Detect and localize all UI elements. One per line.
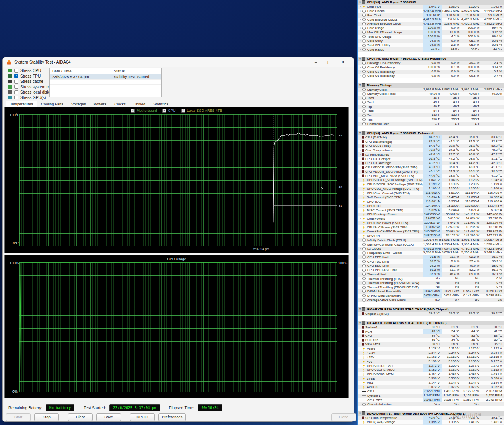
- sensor-row[interactable]: +12V12.168 V12.168 V12.168 V12.168 V: [358, 355, 504, 359]
- sensor-row[interactable]: CPU TDC116.061 A6.938 A116.850 A115.498 …: [358, 199, 504, 204]
- expand-arrow-icon[interactable]: ›: [359, 39, 362, 42]
- checkbox[interactable]: [14, 80, 18, 84]
- sensor-row[interactable]: CPU VDDCR_SOC VRM (SVI3 TFN)40.1 °C34.3 …: [358, 170, 504, 174]
- expand-arrow-icon[interactable]: ›: [359, 149, 362, 152]
- sensor-row[interactable]: CPU84 °C45 °C85 °C83 °C: [358, 334, 504, 338]
- preferences-button[interactable]: Preferences: [158, 413, 186, 421]
- sensor-row[interactable]: CPU Die (average)83.5 °C44.1 °C84.5 °C82…: [358, 140, 504, 144]
- sensor-section-header[interactable]: ∨DDR5 DIMM [#1]: Team Group UD5-8000 (P0…: [358, 411, 504, 416]
- sensor-row[interactable]: CPU Package Power147.895 W33.982 W149.11…: [358, 212, 504, 217]
- legend-checkbox[interactable]: ✓: [162, 109, 166, 113]
- sensor-section-header[interactable]: ∨GIGABYTE B850 AORUS STEALTH ICE (ITE IT…: [358, 321, 504, 326]
- sensor-row[interactable]: Bus Clock99.8 MHz99.8 MHz99.8 MHz99.8 MH…: [358, 13, 504, 18]
- sensor-row[interactable]: ›L3 Clocks4,426.5 MHz4,004.2 MHz4,780.3 …: [358, 247, 504, 251]
- expand-arrow-icon[interactable]: ›: [359, 18, 362, 21]
- sensor-row[interactable]: Average Active Core Count8.00.48.08.0: [358, 298, 504, 302]
- sensor-row[interactable]: AVCC33.072 V3.072 V3.072 V3.072 V: [358, 385, 504, 390]
- sensor-row[interactable]: SPD Hub Temperature40.0 °C37.8 °C40.0 °C…: [358, 416, 504, 420]
- sensor-row[interactable]: +5V5.130 V5.100 V5.130 V5.127 V: [358, 359, 504, 364]
- sensor-row[interactable]: CPU PPT148.215 W34.127 W149.396 W147.771…: [358, 234, 504, 238]
- sensor-row[interactable]: Average Effective Clock4,412.9 MHz123.6 …: [358, 22, 504, 26]
- save-button[interactable]: Save: [96, 413, 121, 421]
- sensor-row[interactable]: Package C6 Residency0.0 %0.0 %20.1 %0.1 …: [358, 61, 504, 65]
- sensor-row[interactable]: CPU VDD_MISC Voltage (SVI3 TFN)1.100 V1.…: [358, 187, 504, 191]
- sensor-row[interactable]: CPU_OPT3,341 RPM3,325 RPM3,358 RPM3,342 …: [358, 398, 504, 402]
- sensor-row[interactable]: Max CPU/Thread Usage100.0 %13.8 %100.0 %…: [358, 30, 504, 35]
- sensor-row[interactable]: VBAT3.144 V3.144 V3.144 V3.144 V: [358, 381, 504, 385]
- sensor-row[interactable]: ›Core Powers14.031 W0.013 W14.874 W13.97…: [358, 216, 504, 221]
- expand-arrow-icon[interactable]: ›: [359, 48, 362, 51]
- sensor-row[interactable]: ›Core Clocks4,437.6 MHz4,392.1 MHz5,016.…: [358, 9, 504, 13]
- legend-item[interactable]: ✓Lexar SSD ARES 4TB: [181, 109, 222, 113]
- sensor-row[interactable]: CPU VCORE SoC1.272 V1.260 V1.272 V1.272 …: [358, 364, 504, 368]
- sensor-row[interactable]: Thermal Limit87.9 %46.4 %89.0 %87.1 %: [358, 272, 504, 277]
- tab-statistics[interactable]: Statistics: [149, 101, 172, 107]
- sensor-row[interactable]: ›Core C0 Residency100.0 %0.1 %100.0 %99.…: [358, 65, 504, 70]
- sensor-row[interactable]: ›Core VIDs1.041 V1.030 V1.160 V1.042 V: [358, 5, 504, 9]
- expand-arrow-icon[interactable]: ›: [359, 153, 362, 156]
- tab-temperatures[interactable]: Temperatures: [6, 101, 37, 107]
- sensor-row[interactable]: CPU TDC Limit96.7 %5.8 %97.4 %96.2 %: [358, 259, 504, 264]
- log-col-status[interactable]: Status: [111, 68, 127, 74]
- sensor-row[interactable]: Trcd49 T49 T49 T: [358, 100, 504, 105]
- sensor-row[interactable]: CPU EDC124.500 A18.500 A126.000 A123.448…: [358, 204, 504, 208]
- sensor-section-header[interactable]: ∨CPU [#0]: AMD Ryzen 7 9800X3D: Enhanced: [358, 131, 504, 136]
- sensor-row[interactable]: CPU VDD_MISC VRM (SVI3 TFN)44.0 °C38.0 °…: [358, 174, 504, 178]
- sensor-row[interactable]: CPU CCD1 (Tdie)84.6 °C30.0 °C85.1 °C82.2…: [358, 144, 504, 148]
- sensor-row[interactable]: ›Core Effective Clocks4,412.9 MHz2.0 MHz…: [358, 18, 504, 22]
- sensor-row[interactable]: ›Core C6 Residency0.0 %0.0 %99.6 %0.4 %: [358, 74, 504, 78]
- sensor-row[interactable]: Total CPU Usage100.0 %4.2 %100.0 %99.4 %: [358, 35, 504, 39]
- sensor-row[interactable]: CPU Core Power (SVI3 TFN)120.817 W7.646 …: [358, 221, 504, 225]
- sensor-row[interactable]: Memory Controller Clock (UCLK)1,996.4 MH…: [358, 242, 504, 247]
- sensor-row[interactable]: DRAM Read Bandwidth0.042 GB/s0.021 GB/s0…: [358, 289, 504, 294]
- sensor-row[interactable]: ›Core Temperatures79.2 °C24.3 °C84.3 °C7…: [358, 148, 504, 152]
- sensor-row[interactable]: System131 °C31 °C31 °C31 °C: [358, 325, 504, 329]
- sensor-row[interactable]: CPU VCORE MISC1.152 V1.152 V1.152 V1.152…: [358, 368, 504, 372]
- collapse-arrow-icon[interactable]: ∨: [358, 84, 362, 87]
- sensor-row[interactable]: Memory Clock Ratio40.00 x40.00 x40.00 x4…: [358, 92, 504, 96]
- sensor-row[interactable]: Trc133 T133 T133 T: [358, 113, 504, 117]
- sensor-section-header[interactable]: ∨CPU [#0]: AMD Ryzen 7 9800X3D: [358, 0, 504, 5]
- sensor-row[interactable]: Trfc758 T758 T758 T: [358, 117, 504, 122]
- sensor-row[interactable]: Trp49 T49 T49 T: [358, 105, 504, 109]
- legend-item[interactable]: ✓CPU: [162, 109, 175, 113]
- collapse-arrow-icon[interactable]: ∨: [358, 57, 362, 60]
- sensor-row[interactable]: Total CPU Utility94.0 %2.8 %95.0 %93.6 %: [358, 43, 504, 47]
- maximize-button[interactable]: ▢: [323, 58, 336, 66]
- collapse-arrow-icon[interactable]: ∨: [358, 131, 362, 135]
- sensor-row[interactable]: Vcore1.128 V1.116 V1.176 V1.122 V: [358, 347, 504, 351]
- sensor-row[interactable]: CPU IOD Average43.2 °C38.4 °C44.2 °C42.8…: [358, 161, 504, 166]
- sensor-row[interactable]: MISC Current (SVI3 TFN)5.825 A5.244 A5.8…: [358, 208, 504, 212]
- expand-arrow-icon[interactable]: ›: [359, 5, 362, 8]
- sensor-row[interactable]: +3.3V3.344 V3.344 V3.344 V3.344 V: [358, 351, 504, 355]
- sensor-row[interactable]: PCIEX1636 °C34 °C36 °C35 °C: [358, 338, 504, 342]
- tab-clocks[interactable]: Clocks: [110, 101, 130, 107]
- sensor-row[interactable]: Chipset 1 (xHCI)39.2 °C39.2 °C39.2 °C39.…: [358, 312, 504, 316]
- sensor-row[interactable]: ›L3 Temperatures47.8 °C27.7 °C48.6 °C47.…: [358, 152, 504, 157]
- sensor-row[interactable]: Thermal Throttling (PROCHOT CPU)NoNoNo0 …: [358, 281, 504, 285]
- sensor-row[interactable]: CPU VDDCR_SOC Voltage (SVI3 TFN)1.199 V1…: [358, 182, 504, 187]
- sensor-row[interactable]: CPU VDDCR_VDD VRM (SVI3 TFN)43.3 °C35.0 …: [358, 165, 504, 170]
- sensor-row[interactable]: System 11,147 RPM1,146 RPM1,157 RPM1,150…: [358, 394, 504, 398]
- sensor-row[interactable]: Frequency Limit - Global5,250.0 MHz5,029…: [358, 251, 504, 255]
- sensor-row[interactable]: ›Core C1 Residency0.0 %0.0 %67.4 %0.1 %: [358, 70, 504, 74]
- sensor-row[interactable]: CPU SoC Power (SVI3 TFN)13.067 W12.570 W…: [358, 225, 504, 230]
- sensor-row[interactable]: Thermal Throttling (HTC)NoNoNo0 %: [358, 277, 504, 281]
- expand-arrow-icon[interactable]: ›: [359, 27, 362, 29]
- sensor-section-header[interactable]: ∨GIGABYTE B850 AORUS STEALTH ICE (AMD Ch…: [358, 307, 504, 312]
- sensor-row[interactable]: CPU2,122 RPM1,418 RPM2,122 RPM2,107 RPM: [358, 389, 504, 394]
- sensor-row[interactable]: ›Core Ratios44.5 x44.0 x50.2 x44.5 x: [358, 47, 504, 52]
- minimize-button[interactable]: –: [309, 58, 323, 66]
- checkbox[interactable]: [14, 90, 18, 94]
- cpuid-button[interactable]: CPUID: [130, 413, 155, 421]
- checkbox[interactable]: [14, 69, 18, 73]
- collapse-arrow-icon[interactable]: ∨: [358, 1, 362, 4]
- title-bar[interactable]: System Stability Test - AIDA64 – ▢ ✕: [3, 57, 354, 67]
- collapse-arrow-icon[interactable]: ∨: [358, 321, 362, 324]
- tab-voltages[interactable]: Voltages: [67, 101, 90, 107]
- close-window-button[interactable]: ✕: [336, 58, 350, 66]
- legend-checkbox[interactable]: ✓: [181, 109, 185, 113]
- sensor-section-header[interactable]: ∨Memory Timings: [358, 83, 504, 88]
- sensor-row[interactable]: Core +SoC+MISC Power (SVI3 TFN)140.292 W…: [358, 230, 504, 234]
- collapse-arrow-icon[interactable]: ∨: [358, 412, 362, 415]
